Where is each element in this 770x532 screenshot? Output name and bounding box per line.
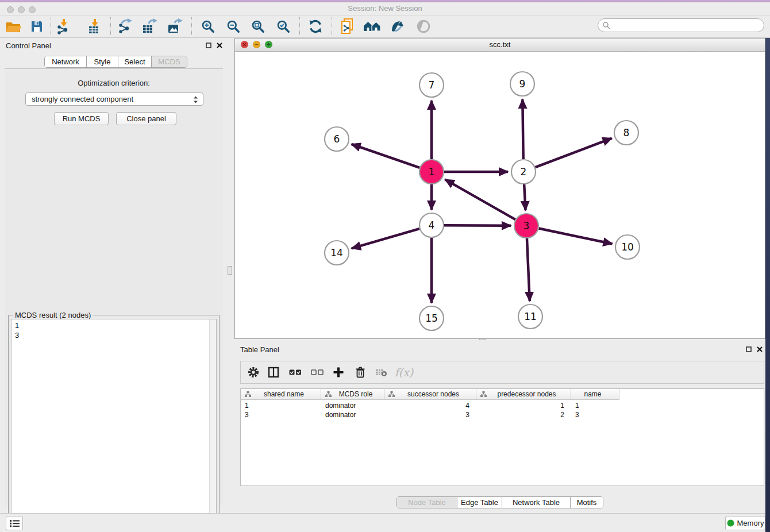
close-table-panel-button[interactable]: [756, 345, 764, 353]
network-graph[interactable]: 7968124314101511: [235, 52, 765, 338]
export-image-button[interactable]: [165, 17, 186, 36]
save-session-button[interactable]: [26, 17, 47, 36]
zoom-out-icon: [226, 19, 241, 34]
search-box[interactable]: [598, 18, 764, 32]
graph-node-label: 10: [621, 241, 634, 253]
graph-node-label: 9: [519, 78, 526, 90]
cell-name[interactable]: 1: [571, 401, 619, 410]
graphics-details-button[interactable]: [387, 17, 408, 36]
checked-boxes-icon: [289, 369, 302, 376]
level-of-detail-button[interactable]: [413, 17, 434, 36]
vertical-splitter-grip[interactable]: [228, 266, 232, 275]
graph-edge[interactable]: [522, 99, 523, 159]
add-row-button[interactable]: [329, 363, 348, 381]
result-scrollbar[interactable]: [209, 319, 216, 531]
column-header-successor-nodes[interactable]: successor nodes: [384, 389, 476, 400]
tab-motifs[interactable]: Motifs: [571, 497, 603, 508]
graph-edge[interactable]: [444, 225, 511, 226]
tab-style[interactable]: Style: [87, 56, 118, 67]
graph-edge[interactable]: [352, 144, 420, 168]
close-panel-button[interactable]: [215, 41, 224, 49]
tab-select[interactable]: Select: [118, 56, 152, 67]
zoom-selected-button[interactable]: [273, 17, 294, 36]
titlebar: Session: New Session: [0, 2, 770, 16]
cell-mcds-role[interactable]: dominator: [321, 410, 384, 419]
mcds-result-textarea[interactable]: 1 3: [11, 319, 217, 531]
cell-name[interactable]: 3: [571, 410, 619, 419]
open-folder-icon: [5, 20, 21, 33]
select-all-button[interactable]: [286, 363, 305, 381]
tab-mcds[interactable]: MCDS: [152, 56, 187, 67]
column-header-name[interactable]: name: [571, 389, 619, 400]
delete-row-button[interactable]: [351, 363, 370, 381]
control-panel-title: Control Panel: [6, 41, 51, 50]
cell-successor-nodes[interactable]: 3: [384, 410, 476, 419]
search-input[interactable]: [610, 21, 764, 30]
tab-edge-table[interactable]: Edge Table: [457, 497, 502, 508]
zoom-in-button[interactable]: [198, 17, 218, 36]
network-file-title: scc.txt: [235, 40, 765, 49]
zoom-in-icon: [201, 19, 215, 34]
table-panel-title: Table Panel: [240, 345, 279, 354]
zoom-out-button[interactable]: [223, 17, 244, 36]
cell-predecessor-nodes[interactable]: 1: [476, 401, 571, 410]
zoom-fit-button[interactable]: [248, 17, 268, 36]
open-session-button[interactable]: [3, 17, 24, 36]
memory-button[interactable]: Memory: [725, 516, 765, 530]
export-table-button[interactable]: [140, 17, 160, 36]
close-icon: [757, 346, 763, 352]
column-header-shared-name[interactable]: shared name: [241, 389, 321, 400]
show-columns-button[interactable]: [264, 363, 283, 381]
import-table-button[interactable]: [84, 17, 105, 36]
cell-shared-name[interactable]: 1: [241, 401, 321, 410]
deselect-all-button[interactable]: [307, 363, 327, 381]
apply-function-button[interactable]: f(x): [392, 363, 415, 381]
tab-network[interactable]: Network: [45, 56, 87, 67]
hierarchy-icon: [388, 391, 395, 398]
close-panel-action-button[interactable]: Close panel: [116, 112, 176, 125]
export-network-button[interactable]: [116, 17, 136, 36]
hierarchy-icon: [480, 391, 487, 398]
mcds-result-groupbox: MCDS result (2 nodes) 1 3: [8, 315, 220, 532]
graph-node-label: 14: [330, 247, 343, 259]
graph-node-label: 7: [429, 79, 435, 91]
graph-edge[interactable]: [445, 179, 515, 219]
refresh-button[interactable]: [305, 17, 326, 36]
table-row[interactable]: 1 dominator 4 1 1: [241, 401, 619, 410]
graph-edge[interactable]: [536, 138, 612, 168]
hierarchy-icon: [325, 391, 332, 398]
run-mcds-button[interactable]: Run MCDS: [54, 112, 109, 125]
optimization-criterion-select[interactable]: strongly connected component: [25, 92, 203, 106]
clone-network-button[interactable]: [337, 17, 358, 36]
tab-network-table[interactable]: Network Table: [502, 497, 571, 508]
column-header-predecessor-nodes[interactable]: predecessor nodes: [476, 389, 571, 400]
float-icon: [206, 43, 211, 48]
float-table-panel-button[interactable]: [745, 345, 753, 353]
first-neighbors-button[interactable]: [362, 17, 383, 36]
column-header-mcds-role[interactable]: MCDS role: [321, 389, 384, 400]
control-panel-tabs: Network Style Select MCDS: [44, 56, 187, 68]
import-network-button[interactable]: [53, 17, 74, 36]
network-canvas[interactable]: 7968124314101511: [235, 52, 765, 338]
graph-edge[interactable]: [539, 229, 613, 244]
control-panel-header: Control Panel: [0, 38, 228, 55]
zoom-selected-icon: [276, 19, 291, 34]
network-window-titlebar[interactable]: scc.txt: [235, 38, 765, 52]
table-row[interactable]: 3 dominator 3 2 3: [241, 410, 619, 419]
cell-predecessor-nodes[interactable]: 2: [476, 410, 571, 419]
graph-node-label: 3: [523, 220, 530, 232]
graph-edge[interactable]: [527, 238, 530, 301]
graph-edge[interactable]: [524, 184, 525, 210]
network-view-window: scc.txt 7968124314101511: [234, 38, 765, 339]
cell-successor-nodes[interactable]: 4: [384, 401, 476, 410]
delete-table-button[interactable]: [372, 363, 391, 381]
float-panel-button[interactable]: [205, 41, 213, 49]
cell-mcds-role[interactable]: dominator: [321, 401, 384, 410]
clone-network-icon: [340, 18, 356, 35]
cell-shared-name[interactable]: 3: [241, 410, 321, 419]
gear-icon: [247, 366, 260, 379]
tab-node-table[interactable]: Node Table: [397, 497, 457, 508]
table-settings-button[interactable]: [244, 363, 263, 381]
graph-edge[interactable]: [352, 229, 419, 248]
task-history-button[interactable]: [6, 516, 23, 530]
